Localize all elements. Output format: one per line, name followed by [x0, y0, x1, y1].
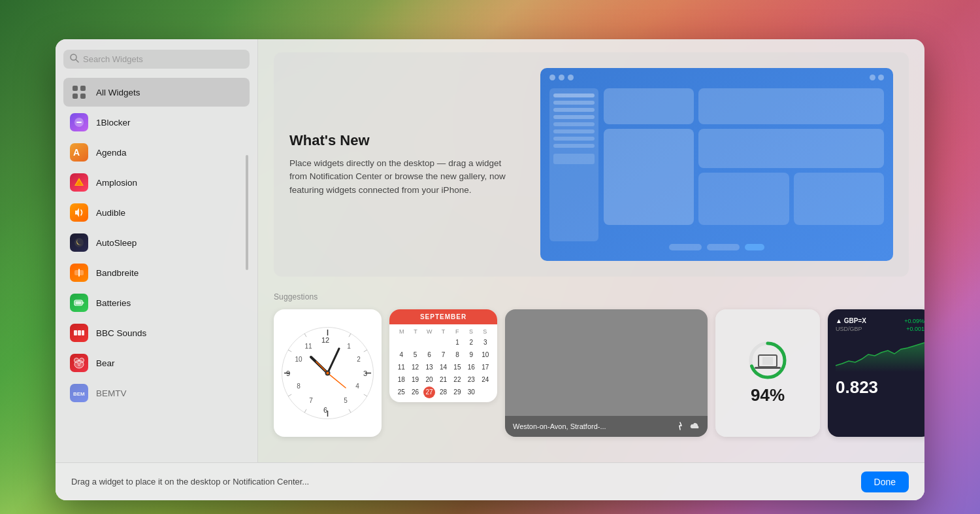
sidebar-item-bemtv[interactable]: BEM BEMTV	[63, 379, 250, 407]
sidebar-item-label-bbc-sounds: BBC Sounds	[96, 328, 146, 338]
sidebar-item-label-bemtv: BEMTV	[96, 388, 127, 398]
preview-sidebar-row	[553, 122, 595, 126]
sidebar-item-autosleep[interactable]: AutoSleep	[63, 228, 250, 257]
preview-sidebar-row	[553, 108, 595, 112]
whats-new-description: Place widgets directly on the desktop — …	[289, 157, 512, 197]
widget-stock[interactable]: ▲ GBP=X +0.09% USD/GBP +0.001	[828, 309, 924, 437]
cal-day-28: 28	[436, 386, 449, 398]
weather-bottom-bar: Weston-on-Avon, Stratford-...	[505, 416, 708, 437]
svg-rect-4	[73, 94, 78, 99]
weather-location: Weston-on-Avon, Stratford-...	[513, 422, 671, 430]
stock-header: ▲ GBP=X +0.09%	[836, 317, 924, 324]
svg-text:10: 10	[295, 356, 302, 363]
preview-sidebar-row	[553, 144, 595, 148]
preview-sidebar-row	[553, 129, 595, 133]
dow-t2: T	[436, 328, 450, 335]
sidebar-item-1blocker[interactable]: 1Blocker	[63, 108, 250, 137]
whats-new-text: What's New Place widgets directly on the…	[289, 132, 525, 197]
calendar-week-5: 25 26 27 28 29 30	[395, 386, 492, 398]
suggestions-row: 12 3 6 9 1 2 4 5 7 8 10 11	[274, 309, 909, 437]
sidebar-item-amplosion[interactable]: Amplosion	[63, 168, 250, 197]
cal-day-16: 16	[465, 361, 478, 373]
widget-battery[interactable]: 94%	[715, 309, 820, 437]
sidebar-item-bear[interactable]: Bear	[63, 349, 250, 377]
bottom-hint-text: Drag a widget to place it on the desktop…	[71, 477, 309, 487]
cal-day-14: 14	[436, 361, 449, 373]
svg-point-25	[78, 364, 80, 366]
suggestions-section: Suggestions	[274, 292, 909, 437]
calendar-days-of-week: M T W T F S S	[395, 328, 492, 335]
sidebar-item-agenda[interactable]: A Agenda	[63, 138, 250, 167]
sidebar-item-all-widgets[interactable]: All Widgets	[63, 78, 250, 107]
svg-text:9: 9	[286, 369, 290, 377]
weather-location-icon	[675, 421, 685, 432]
sidebar-item-batteries[interactable]: Batteries	[63, 288, 250, 317]
sidebar-item-bbc-sounds[interactable]: BBC Sounds	[63, 318, 250, 347]
svg-point-57	[327, 372, 329, 375]
all-widgets-icon	[70, 83, 88, 101]
calendar-month-header: SEPTEMBER	[389, 309, 497, 324]
cal-day-15: 15	[451, 361, 464, 373]
preview-sidebar-row	[553, 94, 595, 97]
widget-weather[interactable]: Weston-on-Avon, Stratford-...	[505, 309, 708, 437]
calendar-grid: M T W T F S S	[389, 324, 497, 402]
dow-w: W	[423, 328, 436, 335]
cal-day-27-today: 27	[423, 386, 435, 398]
widget-calendar[interactable]: SEPTEMBER M T W T F S S	[389, 309, 497, 402]
cal-day-21: 21	[436, 373, 449, 386]
cal-empty	[408, 336, 421, 349]
sidebar-item-label-1blocker: 1Blocker	[96, 118, 131, 128]
preview-widget	[604, 129, 694, 225]
sidebar-item-bandbreite[interactable]: Bandbreite	[63, 258, 250, 287]
preview-dot-1	[549, 75, 555, 80]
svg-text:6: 6	[323, 406, 327, 414]
sidebar-list: All Widgets 1Blocker A Agen	[63, 78, 250, 409]
cal-day-5: 5	[408, 349, 421, 361]
cal-day-8: 8	[451, 349, 464, 361]
sidebar-item-label-agenda: Agenda	[96, 148, 127, 158]
svg-rect-19	[82, 330, 84, 335]
icon-1blocker	[70, 113, 88, 131]
svg-line-1	[76, 60, 78, 62]
sidebar-scrollbar[interactable]	[246, 155, 248, 270]
cal-day-23: 23	[465, 373, 478, 386]
cal-day-22: 22	[451, 373, 464, 386]
svg-rect-2	[73, 86, 78, 91]
preview-widget	[698, 129, 884, 168]
icon-bear	[70, 354, 88, 372]
main-content: What's New Place widgets directly on the…	[258, 39, 924, 462]
preview-dot-r1	[870, 75, 875, 80]
stock-price: 0.823	[836, 377, 924, 398]
dow-f: F	[450, 328, 464, 335]
preview-dot-2	[559, 75, 564, 80]
done-button[interactable]: Done	[861, 471, 909, 492]
preview-bottom-item	[745, 244, 764, 250]
cal-day-29: 29	[451, 386, 464, 398]
cal-day-4: 4	[395, 349, 408, 361]
sidebar-item-audible[interactable]: Audible	[63, 198, 250, 227]
widget-gallery-panel: All Widgets 1Blocker A Agen	[56, 39, 924, 500]
calendar-week-2: 4 5 6 7 8 9 10	[395, 349, 492, 361]
sidebar-item-label-audible: Audible	[96, 208, 125, 218]
widget-clock[interactable]: 12 3 6 9 1 2 4 5 7 8 10 11	[274, 309, 382, 437]
svg-text:A: A	[73, 147, 80, 158]
svg-text:1: 1	[347, 343, 351, 350]
svg-rect-61	[762, 357, 773, 365]
search-input[interactable]	[83, 54, 243, 64]
cal-day-3: 3	[479, 336, 492, 349]
weather-cloud-icon	[689, 421, 700, 432]
preview-bottom-item	[707, 244, 740, 250]
preview-sidebar-btn	[553, 154, 595, 164]
svg-rect-18	[78, 330, 81, 335]
svg-text:4: 4	[355, 383, 359, 390]
search-bar[interactable]	[63, 50, 250, 69]
stock-change-1: +0.09%	[904, 318, 924, 324]
icon-batteries	[70, 294, 88, 312]
sidebar-scroll-area: All Widgets 1Blocker A Agen	[63, 78, 250, 462]
clock-face: 12 3 6 9 1 2 4 5 7 8 10 11	[280, 326, 375, 420]
sidebar-item-label-all-widgets: All Widgets	[96, 88, 140, 97]
svg-text:3: 3	[363, 369, 367, 377]
cal-day-17: 17	[479, 361, 492, 373]
svg-rect-62	[755, 367, 781, 369]
icon-audible	[70, 203, 88, 222]
